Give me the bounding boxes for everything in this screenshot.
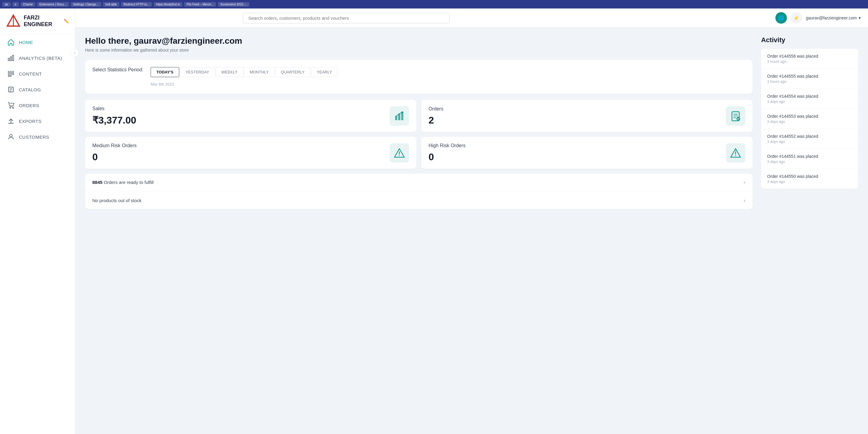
sidebar-item-catalog[interactable]: CATALOG (0, 81, 75, 97)
sidebar-item-label: CUSTOMERS (19, 134, 49, 140)
svg-point-15 (10, 134, 12, 137)
browser-tab[interactable]: Chame (21, 2, 35, 7)
activity-order-text: Order #144550 was placed (767, 174, 852, 179)
browser-tab[interactable]: s (12, 2, 19, 7)
high-risk-icon-box (726, 143, 745, 163)
orders-metric-card: Orders 2 (421, 100, 752, 132)
high-risk-metric-info: High Risk Orders 0 (429, 143, 466, 163)
sales-metric-info: Sales ₹3,377.00 (92, 106, 136, 126)
browser-tab[interactable]: https://bodyfirst.in (154, 2, 182, 7)
brand-name: FARZI ENGINEER (24, 14, 52, 28)
search-input[interactable] (248, 15, 444, 21)
browser-tab[interactable]: holt able (103, 2, 119, 7)
sidebar-item-label: HOME (19, 40, 33, 45)
activity-time-text: 3 hours ago (767, 79, 852, 84)
period-label: Select Statistics Period: (92, 67, 143, 72)
activity-time-text: 3 days ago (767, 100, 852, 104)
svg-rect-6 (8, 71, 14, 72)
chart-icon (394, 110, 405, 122)
high-risk-label: High Risk Orders (429, 143, 466, 148)
sales-metric-card: Sales ₹3,377.00 (85, 100, 416, 132)
browser-tab[interactable]: Plix Feed – Merch... (184, 2, 216, 7)
greeting-subtext: Here is some information we gathered abo… (85, 48, 752, 53)
sidebar-item-label: CATALOG (19, 87, 41, 92)
period-tab-todays[interactable]: TODAY'S (151, 67, 179, 77)
globe-icon-button[interactable]: 🌐 (775, 12, 787, 24)
svg-point-30 (735, 155, 736, 156)
period-tab-quarterly[interactable]: QUARTERLY (275, 67, 310, 77)
activity-time-text: 3 days ago (767, 180, 852, 184)
search-box[interactable] (243, 13, 450, 23)
svg-point-14 (12, 107, 14, 108)
period-date: Mar 6th 2023 (151, 82, 338, 87)
sidebar-logo: FARZI ENGINEER ✏️ (0, 8, 75, 34)
user-menu[interactable]: gaurav@farziengineer.com ▾ (806, 15, 861, 20)
period-tab-monthly[interactable]: MONTHLY (244, 67, 275, 77)
high-risk-value: 0 (429, 152, 466, 163)
orders-value: 2 (429, 115, 443, 126)
lightning-icon-button[interactable]: ⚡ (790, 12, 802, 24)
home-icon (7, 38, 14, 46)
sales-label: Sales (92, 106, 136, 111)
orders-label: Orders (429, 106, 443, 112)
sidebar-item-analytics[interactable]: ANALYTICS (BETA) (0, 50, 75, 66)
browser-bar: as s Chame Extensions | Docu... Settings… (0, 0, 868, 8)
stats-period-card: Select Statistics Period: TODAY'SYESTERD… (85, 60, 752, 94)
activity-order-text: Order #144553 was placed (767, 114, 852, 119)
medium-risk-metric-info: Medium Risk Orders 0 (92, 143, 137, 163)
page-greeting: Hello there, gaurav@farziengineer.com He… (85, 36, 752, 53)
medium-risk-label: Medium Risk Orders (92, 143, 137, 148)
sidebar-item-label: EXPORTS (19, 119, 41, 124)
period-tab-yesterday[interactable]: YESTERDAY (180, 67, 215, 77)
warning-icon (394, 147, 405, 159)
activity-item: Order #144554 was placed 3 days ago (761, 89, 858, 109)
topbar-actions: 🌐 ⚡ gaurav@farziengineer.com ▾ (775, 12, 861, 24)
orders-icon-box (726, 106, 745, 126)
medium-risk-metric-card: Medium Risk Orders 0 (85, 137, 416, 169)
risk-metrics-row: Medium Risk Orders 0 (85, 137, 752, 169)
svg-point-27 (399, 155, 400, 156)
activity-time-text: 3 hours ago (767, 60, 852, 64)
content-icon (7, 70, 14, 77)
edit-icon[interactable]: ✏️ (64, 19, 69, 24)
sidebar-item-home[interactable]: HOME (0, 34, 75, 50)
browser-tab[interactable]: as (2, 2, 11, 7)
browser-tab[interactable]: Extensions | Docu... (37, 2, 69, 7)
activity-item: Order #144556 was placed 3 hours ago (761, 49, 858, 69)
browser-tab[interactable]: Settings | Django... (71, 2, 101, 7)
svg-rect-8 (8, 75, 11, 76)
orders-metric-info: Orders 2 (429, 106, 443, 126)
info-item[interactable]: No products out of stock› (85, 192, 752, 209)
info-row: 8845 Orders are ready to fulfill›No prod… (85, 174, 752, 209)
sidebar-item-orders[interactable]: ORDERS (0, 97, 75, 113)
activity-panel: Activity Order #144556 was placed 3 hour… (761, 36, 858, 426)
chevron-right-icon: › (743, 197, 745, 204)
browser-tab[interactable]: Redirect HTTP to... (121, 2, 152, 7)
activity-order-text: Order #144554 was placed (767, 94, 852, 99)
activity-title: Activity (761, 36, 858, 44)
activity-order-text: Order #144556 was placed (767, 54, 852, 59)
sidebar-item-customers[interactable]: CUSTOMERS (0, 129, 75, 145)
svg-rect-4 (10, 57, 11, 61)
activity-time-text: 3 days ago (767, 160, 852, 164)
period-tab-weekly[interactable]: WEEKLY (216, 67, 243, 77)
info-item-text: No products out of stock (92, 198, 142, 203)
sidebar-item-exports[interactable]: EXPORTS (0, 113, 75, 129)
user-email: gaurav@farziengineer.com (806, 15, 857, 20)
activity-item: Order #144551 was placed 3 days ago (761, 149, 858, 169)
orders-icon (7, 102, 14, 109)
svg-rect-5 (12, 55, 14, 61)
activity-item: Order #144553 was placed 3 days ago (761, 109, 858, 129)
customers-icon (7, 133, 14, 140)
activity-list: Order #144556 was placed 3 hours ago Ord… (761, 49, 858, 189)
info-item[interactable]: 8845 Orders are ready to fulfill› (85, 174, 752, 191)
activity-order-text: Order #144552 was placed (767, 134, 852, 139)
period-tab-yearly[interactable]: YEARLY (311, 67, 338, 77)
dashboard-main: Hello there, gaurav@farziengineer.com He… (85, 36, 752, 426)
browser-tab[interactable]: Screenshot 2022-... (218, 2, 249, 7)
exports-icon (7, 118, 14, 125)
sales-value: ₹3,377.00 (92, 114, 136, 126)
sidebar-item-content[interactable]: CONTENT (0, 66, 75, 81)
svg-rect-7 (8, 73, 14, 75)
analytics-icon (7, 54, 14, 62)
